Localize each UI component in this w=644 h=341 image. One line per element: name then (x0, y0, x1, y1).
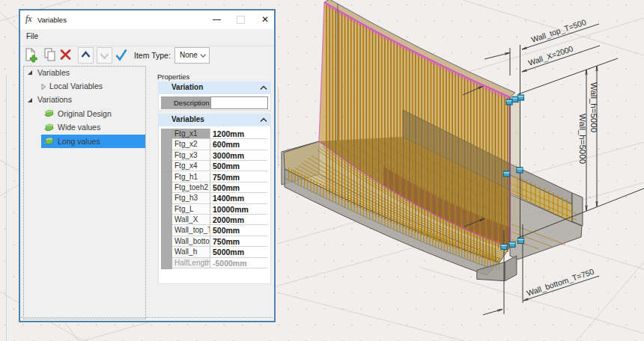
svg-text:Wall_bottom_T=750: Wall_bottom_T=750 (526, 267, 595, 298)
svg-text:Wall_h=5000: Wall_h=5000 (589, 82, 598, 132)
svg-text:Wall_X=2000: Wall_X=2000 (527, 44, 574, 67)
svg-text:None: None (180, 51, 198, 59)
svg-text:Wall_h=5000: Wall_h=5000 (578, 114, 587, 164)
svg-text:Item Type:: Item Type: (134, 51, 171, 60)
